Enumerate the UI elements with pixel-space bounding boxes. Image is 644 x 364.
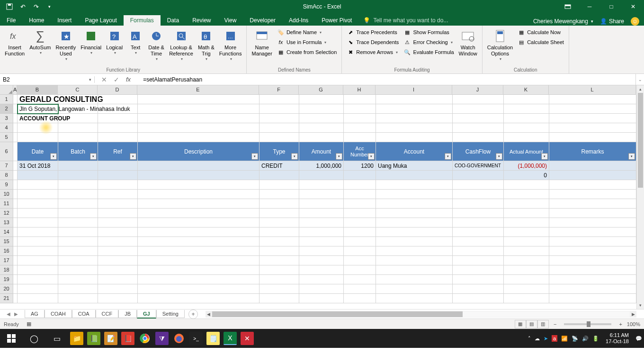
financial-button[interactable]: Financial▾ xyxy=(79,27,103,56)
tab-insert[interactable]: Insert xyxy=(51,15,78,26)
th-account[interactable]: Account▾ xyxy=(376,142,453,161)
select-all-icon[interactable] xyxy=(0,85,13,95)
sheet-tab[interactable]: JB xyxy=(118,310,137,318)
sheet-tab[interactable]: CCF xyxy=(96,310,119,318)
tab-data[interactable]: Data xyxy=(161,15,186,26)
col-header[interactable]: B xyxy=(17,85,58,95)
remove-arrows-button[interactable]: ✖Remove Arrows▾ xyxy=(345,47,401,57)
horizontal-scrollbar[interactable]: ◀▶ xyxy=(206,311,636,318)
filter-icon[interactable]: ▾ xyxy=(90,153,97,160)
fx-icon[interactable]: fx xyxy=(126,76,134,83)
logical-button[interactable]: ?Logical▾ xyxy=(104,27,125,56)
cell[interactable]: COO-GOVERNMENT xyxy=(453,161,504,171)
th-amount[interactable]: Amount▾ xyxy=(299,142,344,161)
onedrive-icon[interactable]: ☁ xyxy=(535,336,540,342)
name-box[interactable]: ▾ xyxy=(0,76,95,83)
autosum-button[interactable]: ∑AutoSum▾ xyxy=(27,27,53,56)
define-name-button[interactable]: 🏷️Define Name▾ xyxy=(275,27,339,37)
start-button[interactable] xyxy=(0,329,23,348)
th-description[interactable]: Description▾ xyxy=(138,142,259,161)
row-header[interactable]: 7 xyxy=(0,161,13,171)
sheet-tab[interactable]: COAH xyxy=(45,310,72,318)
cell-active[interactable]: Jln G Soputan, Langowan - Minahasa Induk xyxy=(18,104,58,114)
maximize-button[interactable]: □ xyxy=(600,0,622,13)
tray-expand-icon[interactable]: ˄ xyxy=(528,336,531,342)
col-header[interactable]: L xyxy=(549,85,636,95)
ribbon-options-icon[interactable] xyxy=(557,0,579,13)
row-header[interactable]: 11 xyxy=(0,199,13,209)
cell[interactable]: 0 xyxy=(504,171,549,180)
sheet-nav-next-icon[interactable]: ▶ xyxy=(14,311,18,317)
row-header[interactable]: 13 xyxy=(0,218,13,228)
th-batch[interactable]: Batch▾ xyxy=(58,142,98,161)
tab-page-layout[interactable]: Page Layout xyxy=(78,15,123,26)
notepad-icon[interactable]: 📗 xyxy=(87,332,100,345)
tab-file[interactable]: File xyxy=(0,15,22,26)
evaluate-formula-button[interactable]: 🔍Evaluate Formula xyxy=(402,47,456,57)
app-icon[interactable]: 📕 xyxy=(121,332,134,345)
cancel-formula-icon[interactable]: ✕ xyxy=(101,76,107,83)
row-header[interactable]: 18 xyxy=(0,265,13,275)
cell[interactable]: Uang Muka xyxy=(376,161,453,171)
undo-icon[interactable]: ↶ xyxy=(17,1,28,12)
chrome-icon[interactable] xyxy=(138,332,152,345)
file-explorer-icon[interactable]: 📁 xyxy=(70,332,83,345)
filter-icon[interactable]: ▾ xyxy=(445,153,451,160)
row-header[interactable]: 4 xyxy=(0,123,13,133)
account-name[interactable]: Cheries Mewengkang xyxy=(533,18,588,25)
zoom-level[interactable]: 100% xyxy=(627,321,640,327)
create-from-selection-button[interactable]: ▦Create from Selection xyxy=(275,47,339,57)
filter-icon[interactable]: ▾ xyxy=(336,153,342,160)
row-header[interactable]: 21 xyxy=(0,294,13,303)
page-layout-view-button[interactable]: ▤ xyxy=(526,320,537,328)
name-box-dropdown-icon[interactable]: ▾ xyxy=(89,77,91,82)
tab-review[interactable]: Review xyxy=(186,15,217,26)
row-header[interactable]: 15 xyxy=(0,237,13,246)
filter-icon[interactable]: ▾ xyxy=(628,153,635,160)
col-header[interactable]: I xyxy=(376,85,452,95)
volume-icon[interactable]: 🔊 xyxy=(582,336,589,342)
filter-icon[interactable]: ▾ xyxy=(130,153,136,160)
th-accnum[interactable]: Acc Number▾ xyxy=(344,142,376,161)
col-header[interactable]: E xyxy=(137,85,259,95)
row-header[interactable]: 8 xyxy=(0,171,13,180)
row-header[interactable]: 19 xyxy=(0,275,13,284)
share-button[interactable]: 👤Share xyxy=(596,17,628,26)
row-header[interactable]: 12 xyxy=(0,209,13,218)
sheet-tab[interactable]: COA xyxy=(72,310,96,318)
col-header[interactable]: A xyxy=(13,85,17,95)
recently-used-button[interactable]: ★Recently Used▾ xyxy=(54,27,78,63)
col-header[interactable]: D xyxy=(98,85,137,95)
tab-powerpivot[interactable]: Power Pivot xyxy=(315,15,358,26)
formula-input[interactable] xyxy=(140,76,635,83)
use-in-formula-button[interactable]: fxUse in Formula▾ xyxy=(275,37,339,47)
tell-me-search[interactable]: 💡Tell me what you want to do... xyxy=(358,15,453,26)
th-cashflow[interactable]: CashFlow▾ xyxy=(453,142,504,161)
sheet-tab-active[interactable]: GJ xyxy=(137,310,156,318)
clock[interactable]: 6:11 AM17-Oct-18 xyxy=(603,332,632,345)
normal-view-button[interactable]: ▦ xyxy=(515,320,526,328)
sticky-notes-icon[interactable]: 🗒️ xyxy=(206,332,220,345)
col-header[interactable]: J xyxy=(452,85,503,95)
name-box-input[interactable] xyxy=(3,76,89,83)
wifi-icon[interactable]: 📡 xyxy=(572,336,578,342)
more-functions-button[interactable]: …More Functions▾ xyxy=(217,27,244,63)
lookup-button[interactable]: Lookup & Reference▾ xyxy=(167,27,195,63)
cortana-icon[interactable]: ◯ xyxy=(23,329,45,348)
enter-formula-icon[interactable]: ✓ xyxy=(114,76,119,83)
zoom-out-button[interactable]: − xyxy=(554,321,556,327)
trace-dependents-button[interactable]: ⬊Trace Dependents xyxy=(345,37,401,47)
show-formulas-button[interactable]: ▦Show Formulas xyxy=(402,27,456,37)
trace-precedents-button[interactable]: ⬈Trace Precedents xyxy=(345,27,401,37)
filter-icon[interactable]: ▾ xyxy=(496,153,502,160)
filter-icon[interactable]: ▾ xyxy=(251,153,258,160)
col-header[interactable]: H xyxy=(343,85,376,95)
report-title[interactable]: ACCOUNT GROUP xyxy=(18,114,58,123)
battery-icon[interactable]: 🔋 xyxy=(592,336,599,342)
network-icon[interactable]: 📶 xyxy=(561,336,568,342)
row-header[interactable]: 16 xyxy=(0,246,13,256)
zoom-in-button[interactable]: + xyxy=(619,321,622,327)
error-checking-button[interactable]: ⚠Error Checking▾ xyxy=(402,37,456,47)
page-break-view-button[interactable]: ▥ xyxy=(537,320,549,328)
col-header[interactable]: F xyxy=(259,85,299,95)
